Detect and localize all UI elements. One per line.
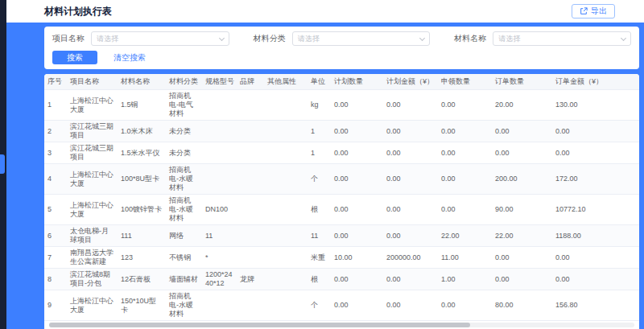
table-cell <box>237 225 264 247</box>
table-cell: 90.00 <box>492 195 552 225</box>
table-cell: 9 <box>44 290 67 321</box>
table-cell: 招商机电-水暖材料 <box>166 290 202 321</box>
table-cell: 100*8U型卡 <box>118 164 166 195</box>
material-category-placeholder: 请选择 <box>298 34 320 44</box>
collapsed-sidebar[interactable] <box>0 0 6 329</box>
table-cell: 22.00 <box>438 225 492 247</box>
main-area: 材料计划执行表 导出 项目名称 请选择 材料分类 <box>6 0 644 329</box>
table-cell: 0.00 <box>492 142 552 164</box>
table-cell: 0.00 <box>331 269 383 290</box>
export-button[interactable]: 导出 <box>572 4 615 19</box>
table-row: 3滨江花城三期项目1.5米水平仪未分类10.000.000.000.000.00 <box>44 142 639 164</box>
table-cell <box>202 164 237 195</box>
table-cell: 上海松江中心大厦 <box>67 90 118 121</box>
table-cell: 0.00 <box>331 142 383 164</box>
table-cell: 南翔昌远大学生公寓新建 <box>67 247 118 269</box>
table-cell: 招商机电-水暖材料 <box>166 164 202 195</box>
table-cell: 0.00 <box>552 142 639 164</box>
table-cell: 150*10U型卡 <box>118 290 166 321</box>
export-icon <box>580 7 588 15</box>
filter-actions: 搜索 清空搜索 <box>52 51 631 64</box>
table-cell: 根 <box>308 195 331 225</box>
table-cell <box>202 121 237 142</box>
scrollbar-thumb[interactable] <box>49 323 470 327</box>
table-cell: 0.00 <box>438 121 492 142</box>
table-row: 8滨江花城8期项目-分包12石膏板墙面辅材1200*2440*12龙牌根0.00… <box>44 269 639 290</box>
table-cell <box>264 269 308 290</box>
table-cell: 龙牌 <box>237 269 264 290</box>
table-cell: 7 <box>44 247 67 269</box>
table-cell: 0.00 <box>331 290 383 321</box>
table-cell: 8 <box>44 269 67 290</box>
filter-group-category: 材料分类 请选择 <box>254 31 431 46</box>
table-body: 1上海松江中心大厦1.5铜招商机电-电气材料kg0.000.000.0020.0… <box>44 90 639 321</box>
table-cell: 0.00 <box>552 247 639 269</box>
search-button[interactable]: 搜索 <box>52 51 97 64</box>
chevron-down-icon <box>419 35 425 40</box>
table-cell: 0.00 <box>383 290 438 321</box>
column-header: 计划数量 <box>331 74 383 90</box>
table-row: 7南翔昌远大学生公寓新建123不锈钢*米重10.00200000.0011.00… <box>44 247 639 269</box>
table-cell: 12石膏板 <box>118 269 166 290</box>
column-header: 申领数量 <box>438 74 492 90</box>
clear-search-button[interactable]: 清空搜索 <box>114 52 146 64</box>
column-header: 单位 <box>308 74 331 90</box>
table-cell: 123 <box>118 247 166 269</box>
project-name-select[interactable]: 请选择 <box>91 31 229 46</box>
table-row: 1上海松江中心大厦1.5铜招商机电-电气材料kg0.000.000.0020.0… <box>44 90 639 121</box>
table-cell: 未分类 <box>166 142 202 164</box>
filter-group-project: 项目名称 请选择 <box>52 31 229 46</box>
table-cell: 0.00 <box>331 164 383 195</box>
table-cell: 0.00 <box>492 247 552 269</box>
horizontal-scrollbar[interactable] <box>49 323 634 327</box>
page-title: 材料计划执行表 <box>44 5 112 19</box>
table-cell <box>202 142 237 164</box>
table-cell: kg <box>308 90 331 121</box>
table-cell: 10772.10 <box>552 195 639 225</box>
table-cell: 80.00 <box>492 290 552 321</box>
table-card: 序号项目名称材料名称材料分类规格型号品牌其他属性单位计划数量计划金额（¥）申领数… <box>44 74 639 329</box>
table-cell: 0.00 <box>383 90 438 121</box>
table-cell <box>264 290 308 321</box>
table-cell <box>202 290 237 321</box>
materials-table: 序号项目名称材料名称材料分类规格型号品牌其他属性单位计划数量计划金额（¥）申领数… <box>44 74 639 321</box>
table-cell <box>264 142 308 164</box>
table-cell: 1 <box>44 90 67 121</box>
table-cell: 上海松江中心大厦 <box>67 195 118 225</box>
chevron-down-icon <box>621 35 626 40</box>
table-cell: 11 <box>202 225 237 247</box>
table-cell: 0.00 <box>331 195 383 225</box>
table-cell: 根 <box>308 269 331 290</box>
table-cell: 太仓电梯-月球项目 <box>67 225 118 247</box>
table-cell: 个 <box>308 164 331 195</box>
project-name-label: 项目名称 <box>52 33 85 44</box>
table-cell: 6 <box>44 225 67 247</box>
material-name-label: 材料名称 <box>454 33 486 44</box>
chevron-down-icon <box>219 35 225 40</box>
table-cell: 个 <box>308 290 331 321</box>
table-cell: 100镀锌管卡 <box>118 195 166 225</box>
table-cell: DN100 <box>202 195 237 225</box>
table-cell <box>237 164 264 195</box>
project-name-placeholder: 请选择 <box>97 34 118 44</box>
column-header: 订单数量 <box>492 74 552 90</box>
table-cell: 不锈钢 <box>166 247 202 269</box>
filter-bar: 项目名称 请选择 材料分类 请选择 材料名称 请选择 <box>52 31 631 46</box>
material-name-placeholder: 请选择 <box>498 34 520 44</box>
table-cell: 0.00 <box>383 195 438 225</box>
filter-group-material: 材料名称 请选择 <box>454 31 631 46</box>
table-cell: 0.00 <box>331 121 383 142</box>
material-category-select[interactable]: 请选择 <box>292 31 431 46</box>
table-cell: 1188.00 <box>552 225 639 247</box>
table-cell <box>264 247 308 269</box>
table-row: 4上海松江中心大厦100*8U型卡招商机电-水暖材料个0.000.000.002… <box>44 164 639 195</box>
table-cell: 20.00 <box>492 90 552 121</box>
table-cell: 0.00 <box>552 121 639 142</box>
table-cell: 3 <box>44 142 67 164</box>
material-name-select[interactable]: 请选择 <box>493 31 631 46</box>
table-row: 9上海松江中心大厦150*10U型卡招商机电-水暖材料个0.000.000.00… <box>44 290 639 321</box>
table-cell: 130.00 <box>552 90 639 121</box>
sidebar-toggle-handle[interactable] <box>0 154 5 174</box>
table-cell: 1.0米木床 <box>118 121 166 142</box>
filter-card: 项目名称 请选择 材料分类 请选择 材料名称 请选择 <box>44 27 639 69</box>
